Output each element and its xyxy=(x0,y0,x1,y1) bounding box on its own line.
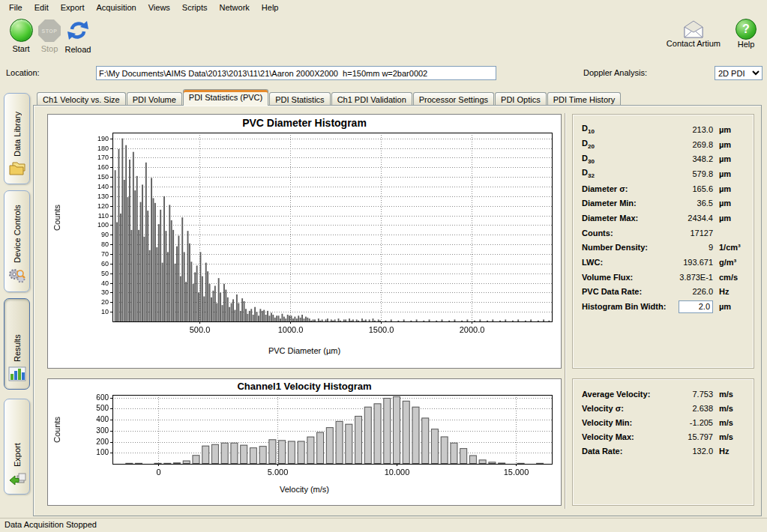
gears-icon xyxy=(8,267,26,287)
diameter-stat-row: Histogram Bin Width:µm xyxy=(582,299,746,314)
tab-ch1-pdi-validation[interactable]: Ch1 PDI Validation xyxy=(331,92,412,106)
stat-value: 579.8 xyxy=(667,169,713,178)
diameter-stat-row: Number Density:91/cm³ xyxy=(582,241,746,256)
tab-pdi-statistics[interactable]: PDI Statistics xyxy=(269,92,330,106)
tab-pdi-volume[interactable]: PDI Volume xyxy=(127,92,182,106)
reload-button[interactable]: Reload xyxy=(61,17,94,54)
velocity-histogram-title: Channel1 Velocity Histogram xyxy=(48,379,561,392)
pvc-diameter-xlabel: PVC Diameter (µm) xyxy=(48,346,561,355)
diameter-stat-row: D20269.8µm xyxy=(582,137,746,152)
status-bar: Data Acquisition Stopped xyxy=(0,518,767,532)
stat-value: 15.797 xyxy=(667,432,713,441)
chart-icon xyxy=(8,366,26,384)
stat-unit: µm xyxy=(713,184,746,193)
stat-value: 2.638 xyxy=(667,404,713,413)
histogram-bin-width-input[interactable] xyxy=(679,300,713,313)
contact-artium-label: Contact Artium xyxy=(667,39,721,48)
main-panel: Ch1 Velocity vs. SizePDI VolumePDI Stati… xyxy=(33,88,762,517)
folder-icon xyxy=(8,161,26,179)
menu-item-scripts[interactable]: Scripts xyxy=(176,1,214,13)
app-window: FileEditExportAcquisitionViewsScriptsNet… xyxy=(0,0,767,532)
sidebar-item-data-library[interactable]: Data Library xyxy=(4,93,30,184)
diameter-stat-row: Counts:17127 xyxy=(582,226,746,241)
stat-value: 269.8 xyxy=(667,140,713,149)
diameter-stat-row: Diameter σ:165.6µm xyxy=(582,181,746,196)
stat-unit: µm xyxy=(713,125,746,134)
stat-value: 36.5 xyxy=(667,199,713,208)
menu-item-acquisition[interactable]: Acquisition xyxy=(91,1,142,13)
diameter-stats-panel: D10213.0µmD20269.8µmD30348.2µmD32579.8µm… xyxy=(572,114,754,369)
help-button[interactable]: ? Help xyxy=(731,17,761,49)
stat-value xyxy=(667,300,713,313)
sidebar-item-label: Export xyxy=(13,405,22,467)
reload-button-label: Reload xyxy=(61,45,94,54)
location-bar: Location: Doppler Analysis: 2D PDI xyxy=(0,64,767,82)
menu-item-help[interactable]: Help xyxy=(256,1,285,13)
menu-item-views[interactable]: Views xyxy=(142,1,176,13)
tab-pdi-optics[interactable]: PDI Optics xyxy=(495,92,547,106)
stat-unit: m/s xyxy=(713,432,746,441)
stat-unit: Hz xyxy=(713,287,746,296)
menu-bar: FileEditExportAcquisitionViewsScriptsNet… xyxy=(0,0,767,14)
menu-item-network[interactable]: Network xyxy=(213,1,255,13)
stat-label: PVC Data Rate: xyxy=(582,287,667,296)
stat-label: Counts: xyxy=(582,229,667,238)
stop-icon: STOP xyxy=(38,19,61,42)
stat-value: 17127 xyxy=(667,229,713,238)
stat-unit: µm xyxy=(713,199,746,208)
tab-page-pdi-statistics-pvc: PVC Diameter Histogram Counts PVC Diamet… xyxy=(33,105,762,516)
pvc-diameter-histogram-title: PVC Diameter Histogram xyxy=(48,115,561,129)
stat-value: -1.205 xyxy=(667,418,713,427)
velocity-xlabel: Velocity (m/s) xyxy=(48,485,561,494)
velocity-stat-row: Velocity Max:15.797m/s xyxy=(582,429,746,444)
stat-value: 165.6 xyxy=(667,184,713,193)
menu-item-export[interactable]: Export xyxy=(55,1,91,13)
stat-label: Data Rate: xyxy=(582,447,667,456)
sidebar-item-results[interactable]: Results xyxy=(4,298,30,390)
stat-unit: 1/cm³ xyxy=(713,243,746,252)
stat-label: D20 xyxy=(582,139,667,150)
status-text: Data Acquisition Stopped xyxy=(4,520,97,529)
sidebar-item-label: Data Library xyxy=(13,100,22,157)
stat-unit: m/s xyxy=(713,418,746,427)
location-input[interactable] xyxy=(96,66,496,80)
location-label: Location: xyxy=(6,68,40,77)
stat-label: D30 xyxy=(582,154,667,165)
tab-pdi-time-history[interactable]: PDI Time History xyxy=(547,92,622,106)
export-icon xyxy=(8,471,26,489)
diameter-stat-row: Volume Flux:3.873E-1cm/s xyxy=(582,270,746,285)
sidebar-item-export[interactable]: Export xyxy=(4,399,30,495)
stat-label: Velocity Min: xyxy=(582,418,667,427)
pvc-diameter-histogram-panel: PVC Diameter Histogram Counts PVC Diamet… xyxy=(47,114,562,369)
velocity-histogram-canvas xyxy=(48,392,559,485)
stat-unit: µm xyxy=(713,154,746,163)
velocity-histogram-panel: Channel1 Velocity Histogram Counts Veloc… xyxy=(47,378,562,506)
stat-label: D32 xyxy=(582,168,667,179)
stat-value: 2434.4 xyxy=(667,214,713,223)
pvc-diameter-histogram-canvas xyxy=(48,129,559,346)
stat-value: 9 xyxy=(667,243,713,252)
diameter-stat-row: D10213.0µm xyxy=(582,122,746,137)
stat-unit: µm xyxy=(713,302,746,311)
menu-item-file[interactable]: File xyxy=(3,1,28,13)
envelope-icon xyxy=(682,19,706,39)
tab-processor-settings[interactable]: Processor Settings xyxy=(413,92,494,106)
menu-item-edit[interactable]: Edit xyxy=(28,1,55,13)
sidebar-item-device-controls[interactable]: Device Controls xyxy=(4,190,30,292)
vertical-splitter xyxy=(565,113,566,509)
tab-ch1-velocity-vs-size[interactable]: Ch1 Velocity vs. Size xyxy=(37,92,126,106)
velocity-ylabel: Counts xyxy=(52,417,61,443)
contact-artium-button[interactable]: Contact Artium xyxy=(667,17,721,49)
velocity-stats-panel: Average Velocity:7.753m/sVelocity σ:2.63… xyxy=(572,378,754,506)
velocity-stat-row: Velocity Min:-1.205m/s xyxy=(582,415,746,429)
stat-label: Diameter Max: xyxy=(582,214,667,223)
stat-label: Volume Flux: xyxy=(582,273,667,282)
stat-value: 193.671 xyxy=(667,258,713,267)
tab-pdi-statistics-pvc-[interactable]: PDI Statistics (PVC) xyxy=(183,89,268,106)
stat-unit: Hz xyxy=(713,447,746,456)
stat-value: 226.0 xyxy=(667,287,713,296)
stat-label: Diameter Min: xyxy=(582,199,667,208)
doppler-analysis-select[interactable]: 2D PDI xyxy=(715,66,763,80)
help-icon: ? xyxy=(736,19,757,40)
velocity-stat-row: Data Rate:132.0Hz xyxy=(582,444,746,458)
